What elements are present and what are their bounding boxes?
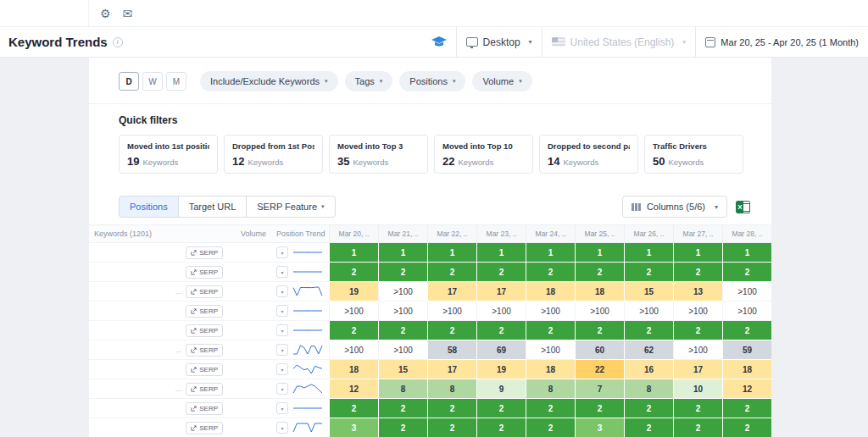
filter-dropdown-volume[interactable]: Volume▾ xyxy=(472,71,531,91)
trend-expand-button[interactable]: ▾ xyxy=(276,422,288,434)
trend-expand-button[interactable]: ▾ xyxy=(276,246,288,258)
position-cell[interactable]: >100 xyxy=(673,301,722,321)
serp-button[interactable]: SERP xyxy=(186,422,223,434)
position-cell[interactable]: 18 xyxy=(526,282,575,301)
date-column-header[interactable]: Mar 26, .. xyxy=(624,225,673,242)
position-cell[interactable]: 2 xyxy=(378,321,427,340)
position-cell[interactable]: 2 xyxy=(476,263,526,282)
trend-expand-button[interactable]: ▾ xyxy=(276,344,288,356)
position-cell[interactable]: 1 xyxy=(476,243,526,263)
position-cell[interactable]: 7 xyxy=(575,379,624,399)
granularity-d[interactable]: D xyxy=(119,72,139,91)
date-column-header[interactable]: Mar 28, .. xyxy=(722,225,771,242)
filter-dropdown-tags[interactable]: Tags▾ xyxy=(345,71,393,91)
serp-button[interactable]: SERP xyxy=(186,246,223,259)
quick-filter-card-dropped-from-1st-position[interactable]: Dropped from 1st Position12Keywords xyxy=(224,135,323,174)
position-cell[interactable]: 2 xyxy=(575,263,624,282)
position-cell[interactable]: 18 xyxy=(722,360,771,379)
position-cell[interactable]: >100 xyxy=(378,282,427,301)
tab-target-url[interactable]: Target URL xyxy=(178,196,248,218)
position-cell[interactable]: >100 xyxy=(427,301,476,321)
position-cell[interactable]: 2 xyxy=(526,263,575,282)
date-column-header[interactable]: Mar 21, .. xyxy=(378,225,427,242)
position-cell[interactable]: 2 xyxy=(329,263,378,282)
position-cell[interactable]: 2 xyxy=(624,399,673,418)
position-cell[interactable]: 60 xyxy=(575,340,624,360)
volume-column-header[interactable]: Volume xyxy=(227,225,271,242)
serp-button[interactable]: SERP xyxy=(186,324,223,337)
position-cell[interactable]: >100 xyxy=(673,340,722,360)
position-cell[interactable]: 62 xyxy=(624,340,673,360)
position-cell[interactable]: 2 xyxy=(722,263,771,282)
device-selector[interactable]: Desktop ▾ xyxy=(456,27,542,57)
position-cell[interactable]: 1 xyxy=(378,243,427,263)
position-cell[interactable]: 3 xyxy=(329,418,378,437)
position-cell[interactable]: 2 xyxy=(722,418,771,437)
position-cell[interactable]: 2 xyxy=(575,321,624,340)
position-cell[interactable]: 13 xyxy=(673,282,722,301)
date-column-header[interactable]: Mar 27, .. xyxy=(673,225,722,242)
position-cell[interactable]: 2 xyxy=(427,321,476,340)
serp-button[interactable]: SERP xyxy=(186,402,223,415)
position-cell[interactable]: 2 xyxy=(378,399,427,418)
serp-button[interactable]: SERP xyxy=(186,285,223,298)
position-cell[interactable]: 69 xyxy=(476,340,526,360)
trend-expand-button[interactable]: ▾ xyxy=(276,266,288,278)
position-cell[interactable]: 8 xyxy=(378,379,427,399)
position-cell[interactable]: >100 xyxy=(526,301,575,321)
columns-selector-button[interactable]: Columns (5/6) ▾ xyxy=(622,196,727,218)
position-cell[interactable]: 19 xyxy=(329,282,378,301)
position-cell[interactable]: 12 xyxy=(722,379,771,399)
date-column-header[interactable]: Mar 25, .. xyxy=(575,225,624,242)
position-cell[interactable]: 58 xyxy=(427,340,476,360)
granularity-m[interactable]: M xyxy=(166,72,186,91)
tab-positions[interactable]: Positions xyxy=(119,196,179,218)
position-cell[interactable]: 8 xyxy=(427,379,476,399)
info-icon[interactable]: i xyxy=(113,37,123,47)
position-cell[interactable]: 8 xyxy=(526,379,575,399)
excel-export-icon[interactable]: X xyxy=(736,201,750,213)
granularity-w[interactable]: W xyxy=(142,72,163,91)
serp-button[interactable]: SERP xyxy=(186,363,223,376)
position-cell[interactable]: 1 xyxy=(526,243,575,263)
locale-selector[interactable]: United States (English) ▾ xyxy=(542,27,696,57)
trend-expand-button[interactable]: ▾ xyxy=(276,305,288,317)
position-cell[interactable]: >100 xyxy=(476,301,526,321)
position-cell[interactable]: >100 xyxy=(378,301,427,321)
position-cell[interactable]: 2 xyxy=(673,399,722,418)
position-cell[interactable]: 2 xyxy=(329,399,378,418)
position-cell[interactable]: 2 xyxy=(575,399,624,418)
position-cell[interactable]: 3 xyxy=(575,418,624,437)
quick-filter-card-moved-into-top-3[interactable]: Moved into Top 335Keywords xyxy=(329,135,428,174)
position-cell[interactable]: 2 xyxy=(624,418,673,437)
position-cell[interactable]: 16 xyxy=(624,360,673,379)
serp-button[interactable]: SERP xyxy=(186,266,223,279)
position-cell[interactable]: 2 xyxy=(476,321,526,340)
tab-serp-feature[interactable]: SERP Feature▾ xyxy=(246,196,335,218)
position-cell[interactable]: 2 xyxy=(526,399,575,418)
position-cell[interactable]: 10 xyxy=(673,379,722,399)
date-column-header[interactable]: Mar 24, .. xyxy=(526,225,575,242)
position-cell[interactable]: 18 xyxy=(329,360,378,379)
position-cell[interactable]: 8 xyxy=(624,379,673,399)
filter-dropdown-positions[interactable]: Positions▾ xyxy=(399,71,465,91)
serp-button[interactable]: SERP xyxy=(186,383,223,396)
position-cell[interactable]: 9 xyxy=(476,379,526,399)
trend-expand-button[interactable]: ▾ xyxy=(276,324,288,336)
position-cell[interactable]: 2 xyxy=(329,321,378,340)
position-cell[interactable]: 2 xyxy=(526,418,575,437)
date-range-selector[interactable]: Mar 20, 25 - Apr 20, 25 (1 Month) xyxy=(695,27,868,57)
position-cell[interactable]: 2 xyxy=(476,418,526,437)
position-cell[interactable]: 1 xyxy=(624,243,673,263)
position-cell[interactable]: >100 xyxy=(575,301,624,321)
position-cell[interactable]: 2 xyxy=(722,399,771,418)
date-column-header[interactable]: Mar 20, .. xyxy=(329,225,378,242)
position-cell[interactable]: 15 xyxy=(624,282,673,301)
date-column-header[interactable]: Mar 23, .. xyxy=(476,225,526,242)
position-cell[interactable]: 17 xyxy=(427,360,476,379)
position-cell[interactable]: >100 xyxy=(722,301,771,321)
position-cell[interactable]: 15 xyxy=(378,360,427,379)
position-cell[interactable]: 1 xyxy=(673,243,722,263)
date-column-header[interactable]: Mar 22, .. xyxy=(427,225,476,242)
position-cell[interactable]: >100 xyxy=(722,282,771,301)
